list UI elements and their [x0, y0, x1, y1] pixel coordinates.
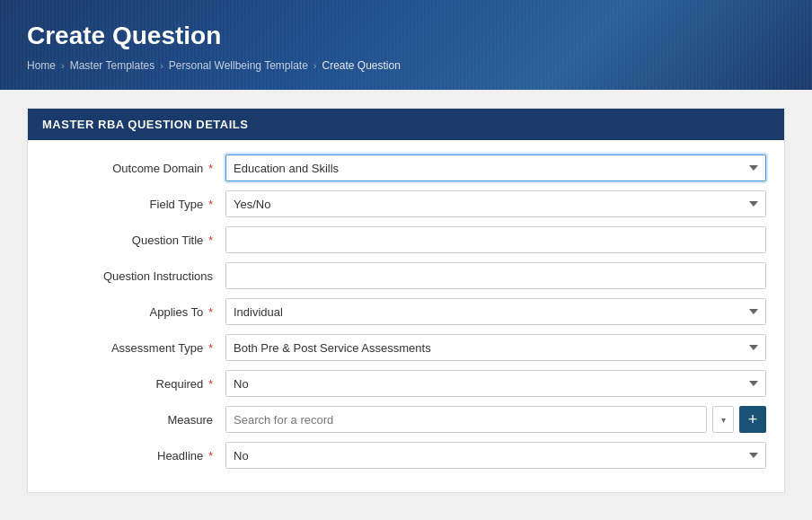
- applies-to-row: Applies To * Individual Family Group: [46, 298, 766, 325]
- page-header: Create Question Home › Master Templates …: [0, 0, 812, 90]
- required-select[interactable]: No Yes: [225, 370, 766, 397]
- breadcrumb-sep-1: ›: [61, 60, 65, 71]
- field-type-label: Field Type *: [46, 198, 225, 211]
- question-title-input[interactable]: [225, 226, 766, 253]
- field-type-row: Field Type * Yes/No Text Number Date Dro…: [46, 190, 766, 217]
- measure-add-button[interactable]: +: [739, 406, 766, 433]
- breadcrumb-sep-3: ›: [313, 60, 317, 71]
- applies-to-label: Applies To *: [46, 305, 225, 319]
- question-title-label: Question Title *: [46, 234, 225, 247]
- question-title-row: Question Title *: [46, 226, 766, 253]
- breadcrumb-sep-2: ›: [160, 60, 163, 71]
- required-row: Required * No Yes: [46, 370, 766, 397]
- question-instructions-row: Question Instructions: [46, 262, 766, 289]
- form-card: MASTER RBA QUESTION DETAILS Outcome Doma…: [27, 108, 785, 493]
- measure-search-input[interactable]: [225, 406, 707, 433]
- applies-to-select[interactable]: Individual Family Group: [225, 298, 766, 325]
- form-body: Outcome Domain * Education and Skills He…: [28, 140, 784, 492]
- measure-label: Measure: [46, 413, 225, 427]
- assessment-type-label: Assessment Type *: [46, 341, 225, 355]
- assessment-type-row: Assessment Type * Both Pre & Post Servic…: [46, 334, 766, 361]
- measure-row: Measure ▾ +: [46, 406, 766, 433]
- action-bar: ✔ Create Cancel: [0, 511, 812, 520]
- outcome-domain-row: Outcome Domain * Education and Skills He…: [46, 154, 766, 181]
- outcome-domain-select[interactable]: Education and Skills Health Employment H…: [225, 154, 766, 181]
- breadcrumb-master-templates[interactable]: Master Templates: [70, 59, 154, 72]
- breadcrumb-home[interactable]: Home: [27, 59, 56, 72]
- breadcrumb-current: Create Question: [322, 59, 401, 72]
- plus-icon: +: [748, 411, 758, 427]
- measure-dropdown-button[interactable]: ▾: [712, 406, 734, 433]
- question-instructions-label: Question Instructions: [46, 269, 225, 283]
- field-type-select[interactable]: Yes/No Text Number Date Dropdown: [225, 190, 766, 217]
- breadcrumb: Home › Master Templates › Personal Wellb…: [27, 59, 785, 72]
- measure-wrapper: ▾ +: [225, 406, 766, 433]
- assessment-type-select[interactable]: Both Pre & Post Service Assessments Pre …: [225, 334, 766, 361]
- question-instructions-input[interactable]: [225, 262, 766, 289]
- required-label: Required *: [46, 377, 225, 391]
- headline-select[interactable]: No Yes: [225, 442, 766, 469]
- main-content: MASTER RBA QUESTION DETAILS Outcome Doma…: [0, 90, 812, 511]
- outcome-domain-label: Outcome Domain *: [46, 162, 225, 175]
- breadcrumb-personal-wellbeing[interactable]: Personal Wellbeing Template: [169, 59, 308, 72]
- page-title: Create Question: [27, 22, 785, 50]
- form-section-title: MASTER RBA QUESTION DETAILS: [28, 109, 784, 140]
- headline-label: Headline *: [46, 449, 225, 463]
- headline-row: Headline * No Yes: [46, 442, 766, 469]
- chevron-down-icon: ▾: [721, 415, 726, 425]
